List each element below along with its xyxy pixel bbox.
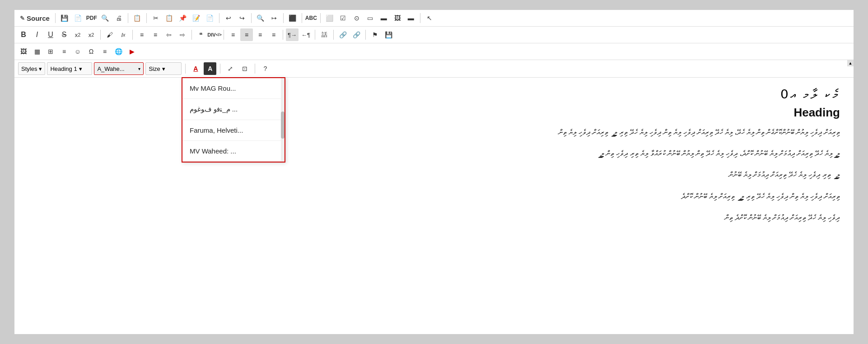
source-button[interactable]: ✎ Source: [17, 12, 52, 24]
scroll-up-arrow[interactable]: ▲: [847, 60, 854, 66]
maximize2-button[interactable]: ⤢: [224, 62, 237, 75]
rtl-button[interactable]: ←¶: [299, 28, 312, 41]
strikethrough-button[interactable]: S: [58, 28, 70, 41]
content-heading: Heading: [28, 106, 840, 120]
source-label: Source: [27, 14, 50, 22]
content-area[interactable]: މެކ ލާމ އ߀ Heading ތިރިއަށް ދިވެހި ލިޔުނ…: [14, 78, 854, 285]
undo-button[interactable]: ↩: [222, 12, 235, 24]
heading-dropdown[interactable]: Heading 1 ▾: [47, 62, 92, 75]
save2-button[interactable]: 💾: [382, 28, 395, 41]
align-left-button[interactable]: ≡: [227, 28, 239, 41]
outdent-button[interactable]: ⇦: [163, 28, 175, 41]
bold-button[interactable]: B: [17, 28, 30, 41]
font-item-3[interactable]: MV Waheed: ...: [182, 141, 285, 162]
checkbox-button[interactable]: ☑: [337, 12, 350, 24]
align-right-button[interactable]: ≡: [254, 28, 266, 41]
print-button[interactable]: 🖨: [112, 12, 125, 24]
sep-8: [320, 13, 321, 23]
heading-label: Heading 1: [50, 65, 77, 72]
language-button[interactable]: 話: [318, 28, 331, 41]
sep-20: [255, 64, 255, 74]
template-button[interactable]: 📋: [131, 12, 144, 24]
save-button[interactable]: 💾: [58, 12, 71, 24]
cut-button[interactable]: ✂: [149, 12, 162, 24]
align-center-button[interactable]: ≡: [240, 28, 253, 41]
table-button[interactable]: ⊞: [44, 45, 57, 58]
font-item-0[interactable]: Mv MAG Rou...: [182, 78, 285, 99]
font-color-button[interactable]: A: [189, 62, 202, 75]
source-icon: ✎: [20, 15, 25, 22]
align-justify-button[interactable]: ≡: [267, 28, 280, 41]
ltr-button[interactable]: ¶→: [286, 28, 299, 41]
indent-button[interactable]: ⇨: [176, 28, 189, 41]
preview-button[interactable]: 🔍: [99, 12, 112, 24]
flag-button[interactable]: ⚑: [369, 28, 381, 41]
paste-text-button[interactable]: 📝: [190, 12, 203, 24]
sep-7: [302, 13, 302, 23]
content-line-3: ލިިިިިިިި ތިރި ދިވެހި ލިޔެ ހެދޭ ތިރިއަށް…: [28, 167, 840, 182]
image-insert-button[interactable]: 🖼: [17, 45, 30, 58]
div-button[interactable]: DIV</>: [208, 28, 221, 41]
superscript-button[interactable]: x2: [85, 28, 98, 41]
unordered-list-button[interactable]: ≡: [149, 28, 162, 41]
subscript-button[interactable]: x2: [71, 28, 84, 41]
font-popup-scrollbar[interactable]: [281, 78, 285, 162]
sep-17: [365, 30, 366, 40]
toolbar-row-2: B I U S x2 x2 🖌 Ix ≡ ≡ ⇦ ⇨ ❝ DIV</> ≡ ≡ …: [14, 27, 854, 43]
font-item-1[interactable]: ﻡ_ﺘﻓﻭ ﻑﻮﻏﻮﻡ ...: [182, 99, 285, 120]
font-item-2[interactable]: Faruma, Helveti...: [182, 120, 285, 141]
form-button[interactable]: ⬜: [323, 12, 336, 24]
emoji-button[interactable]: ☺: [71, 45, 84, 58]
paste-button[interactable]: 📌: [177, 12, 189, 24]
ordered-list-button[interactable]: ≡: [135, 28, 148, 41]
redo-button[interactable]: ↪: [236, 12, 248, 24]
sep-1: [55, 13, 56, 23]
globe-button[interactable]: 🌐: [112, 45, 125, 58]
font-arrow: ▾: [138, 66, 140, 71]
font-popup: Mv MAG Rou... ﻡ_ﺘﻓﻭ ﻑﻮﻏﻮﻡ ... Faruma, He…: [182, 77, 285, 163]
youtube-button[interactable]: ▶: [126, 45, 138, 58]
sep-18: [185, 64, 186, 74]
font-dropdown[interactable]: A_Wahe... ▾: [94, 62, 144, 75]
paste-word-button[interactable]: 📄: [204, 12, 216, 24]
styles-dropdown[interactable]: Styles ▾: [18, 62, 45, 75]
unlink-button[interactable]: 🔗: [350, 28, 363, 41]
sep-19: [220, 64, 220, 74]
link-button[interactable]: 🔗: [336, 28, 349, 41]
sep-13: [224, 30, 224, 40]
text-field-button[interactable]: ▭: [364, 12, 377, 24]
new-button[interactable]: 📄: [72, 12, 84, 24]
heading-symbols: މެކ ލާމ އ߀: [28, 87, 840, 102]
find-button[interactable]: 🔍: [254, 12, 267, 24]
hidden-button[interactable]: ▬: [405, 12, 417, 24]
radio-button[interactable]: ⊙: [350, 12, 363, 24]
blockquote-button[interactable]: ❝: [195, 28, 207, 41]
sep-3: [146, 13, 147, 23]
heading-label-text: Heading: [793, 106, 840, 119]
special-char-button[interactable]: Ω: [85, 45, 98, 58]
replace-button[interactable]: ↦: [268, 12, 280, 24]
content-body: ތިރިއަށް ދިވެހި ލިޔުން ބޭނުންކޮށްގެން ތި…: [28, 124, 840, 225]
clear-format-button[interactable]: 🖌: [103, 28, 116, 41]
list-button[interactable]: ≡: [98, 45, 111, 58]
image-button[interactable]: 🖼: [391, 12, 404, 24]
underline-button[interactable]: U: [44, 28, 57, 41]
format-button[interactable]: ≡: [58, 45, 70, 58]
maximize-button[interactable]: ↖: [423, 12, 436, 24]
sep-16: [333, 30, 334, 40]
size-dropdown[interactable]: Size ▾: [145, 62, 182, 75]
spellcheck-button[interactable]: ABC: [305, 12, 317, 24]
bg-color-button[interactable]: A: [204, 62, 216, 75]
copy-button[interactable]: 📋: [163, 12, 176, 24]
help-button[interactable]: ?: [259, 62, 271, 75]
block-button[interactable]: ⊡: [238, 62, 251, 75]
select-all-button[interactable]: ⬛: [286, 12, 299, 24]
italic-button[interactable]: I: [31, 28, 43, 41]
content-line-5: ދިވެހި ލިޔެ ހެދޭ ތިރިއަށް ދިއުމަށް ލިޔެ …: [28, 209, 840, 225]
table-select-button[interactable]: ▦: [31, 45, 43, 58]
select-button[interactable]: ▬: [378, 12, 390, 24]
sep-14: [283, 30, 283, 40]
sep-2: [128, 13, 128, 23]
remove-format-button[interactable]: Ix: [117, 28, 130, 41]
pdf-button[interactable]: PDF: [85, 12, 98, 24]
